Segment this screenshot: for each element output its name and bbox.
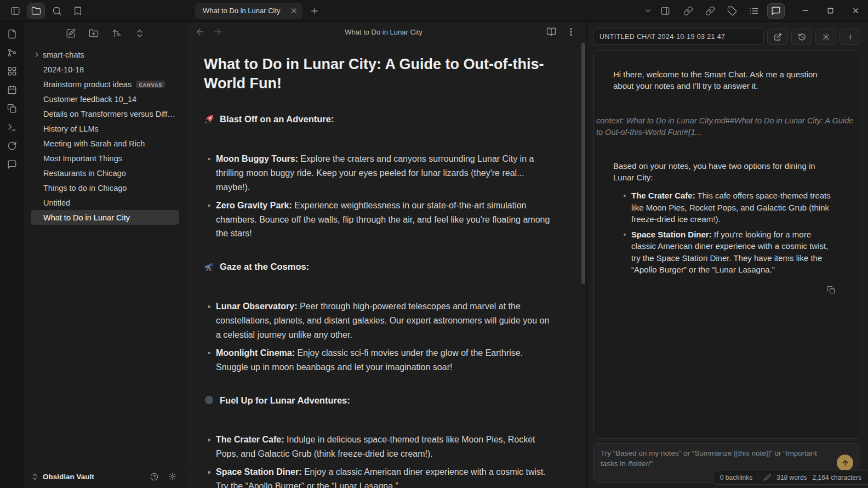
file-item[interactable]: Brainstorm product ideas CANVAS bbox=[31, 77, 179, 92]
reading-view-icon[interactable] bbox=[542, 24, 560, 39]
bookmark-icon[interactable] bbox=[69, 3, 87, 19]
new-tab-button[interactable] bbox=[306, 3, 323, 19]
titlebar-right-group bbox=[679, 0, 868, 21]
file-item[interactable]: History of LLMs bbox=[31, 121, 179, 136]
character-count: 2,164 characters bbox=[813, 474, 861, 481]
file-item[interactable]: Details on Transformers versus Diffusion… bbox=[31, 106, 179, 121]
bullet-list: The Crater Cafe: Indulge in delicious sp… bbox=[204, 433, 553, 488]
file-item-label: Meeting with Sarah and Rich bbox=[43, 139, 145, 148]
chat-message-answer: Based on your notes, you have two option… bbox=[613, 160, 837, 276]
file-item[interactable]: Most Important Things bbox=[31, 151, 179, 166]
section-heading: Blast Off on an Adventure: bbox=[204, 112, 553, 127]
sort-icon[interactable] bbox=[108, 26, 125, 41]
vault-switcher[interactable]: Obsidian Vault bbox=[24, 465, 186, 488]
folder-icon[interactable] bbox=[27, 3, 45, 19]
send-icon[interactable] bbox=[837, 455, 853, 471]
file-item-label: Customer feedback 10_14 bbox=[43, 95, 136, 104]
graph-icon[interactable] bbox=[4, 46, 20, 59]
section-heading-text: Gaze at the Cosmos: bbox=[220, 259, 309, 274]
new-moon-emoji-icon bbox=[204, 395, 214, 405]
smart-connections-icon[interactable] bbox=[679, 3, 697, 19]
list-item: Moonlight Cinema: Enjoy classic sci-fi m… bbox=[216, 346, 553, 374]
note-icon[interactable] bbox=[4, 27, 20, 41]
folder-item-smart-chats[interactable]: smart-chats bbox=[31, 47, 179, 62]
file-item[interactable]: Restaurants in Chicago bbox=[31, 166, 179, 180]
help-icon[interactable] bbox=[147, 469, 161, 485]
list-item: Zero Gravity Park: Experience weightless… bbox=[216, 198, 553, 241]
chat-icon[interactable] bbox=[4, 158, 20, 171]
more-options-icon[interactable] bbox=[562, 24, 580, 39]
open-external-icon[interactable] bbox=[767, 29, 788, 45]
editor-actions bbox=[542, 24, 580, 39]
file-tree: smart-chats 2024-10-18 Brainstorm produc… bbox=[24, 45, 186, 465]
backlinks-count[interactable]: 0 backlinks bbox=[720, 474, 752, 481]
new-chat-plus-icon[interactable] bbox=[840, 29, 860, 45]
status-bar: 0 backlinks 318 words 2,164 characters bbox=[713, 470, 868, 485]
editor-nav-title: What to Do in Lunar City bbox=[225, 28, 542, 36]
editor-scrollbar[interactable] bbox=[581, 43, 585, 284]
item-lead: Zero Gravity Park: bbox=[216, 201, 292, 210]
vault-name: Obsidian Vault bbox=[43, 473, 143, 481]
editor-header: What to Do in Lunar City bbox=[186, 22, 586, 42]
terminal-icon[interactable] bbox=[4, 121, 20, 134]
close-icon[interactable] bbox=[843, 0, 868, 21]
copy-icon[interactable] bbox=[824, 283, 838, 296]
templates-icon[interactable] bbox=[4, 102, 20, 115]
file-item[interactable]: 2024-10-18 bbox=[31, 62, 179, 77]
answer-item: The Crater Cafe: This cafe offers space-… bbox=[631, 190, 837, 225]
file-item-label: Things to do in Chicago bbox=[43, 184, 127, 192]
file-explorer: smart-chats 2024-10-18 Brainstorm produc… bbox=[24, 22, 186, 488]
tag-icon[interactable] bbox=[723, 3, 741, 19]
bullet-list: Lunar Observatory: Peer through high-pow… bbox=[204, 299, 553, 374]
search-icon[interactable] bbox=[48, 3, 66, 19]
answer-item: Space Station Diner: If you're looking f… bbox=[631, 229, 837, 275]
minimize-icon[interactable] bbox=[792, 0, 818, 21]
chevron-down-icon[interactable] bbox=[639, 3, 656, 19]
panel-right-icon[interactable] bbox=[656, 3, 674, 19]
smart-link-icon[interactable] bbox=[701, 3, 719, 19]
file-item-label: Restaurants in Chicago bbox=[43, 169, 126, 178]
workspace: smart-chats 2024-10-18 Brainstorm produc… bbox=[0, 22, 868, 488]
list-item: Lunar Observatory: Peer through high-pow… bbox=[216, 299, 553, 342]
vault-chevrons-icon bbox=[31, 473, 39, 481]
tab-close-icon[interactable] bbox=[290, 7, 298, 15]
titlebar: What to Do in Lunar City bbox=[0, 0, 868, 22]
panel-left-icon[interactable] bbox=[7, 3, 24, 19]
section-heading: Gaze at the Cosmos: bbox=[204, 259, 553, 274]
new-folder-icon[interactable] bbox=[85, 26, 102, 41]
file-item[interactable]: Untitled bbox=[31, 195, 179, 210]
canvas-icon[interactable] bbox=[4, 65, 20, 78]
note-content: What to Do in Lunar City: A Guide to Out… bbox=[186, 42, 586, 488]
file-item-label: 2024-10-18 bbox=[43, 65, 84, 74]
chat-toggle-icon[interactable] bbox=[767, 3, 785, 19]
note-title: What to Do in Lunar City: A Guide to Out… bbox=[204, 55, 553, 93]
new-note-icon[interactable] bbox=[62, 26, 79, 41]
chat-header: UNTITLED CHAT 2024-10-19 03 21 47 bbox=[593, 26, 860, 47]
file-item-label: Brainstorm product ideas bbox=[43, 80, 132, 89]
edit-mode-indicator[interactable] bbox=[764, 474, 771, 481]
item-lead: Moon Buggy Tours: bbox=[216, 154, 298, 163]
list-icon[interactable] bbox=[745, 3, 763, 19]
tab-what-to-do-in-lunar-city[interactable]: What to Do in Lunar City bbox=[195, 3, 302, 19]
history-icon[interactable] bbox=[791, 29, 812, 45]
file-item[interactable]: Things to do in Chicago bbox=[31, 180, 179, 195]
answer-list: The Crater Cafe: This cafe offers space-… bbox=[613, 190, 837, 275]
collapse-all-icon[interactable] bbox=[131, 26, 149, 41]
file-item[interactable]: Meeting with Sarah and Rich bbox=[31, 136, 179, 151]
gear-icon[interactable] bbox=[165, 469, 179, 485]
forward-arrow-icon[interactable] bbox=[210, 25, 225, 38]
obsidian-window: What to Do in Lunar City bbox=[0, 0, 868, 488]
chat-title[interactable]: UNTITLED CHAT 2024-10-19 03 21 47 bbox=[593, 29, 764, 45]
ribbon bbox=[0, 22, 24, 488]
section-heading: Fuel Up for Lunar Adventures: bbox=[204, 393, 553, 408]
calendar-icon[interactable] bbox=[4, 83, 20, 97]
file-item-label: Most Important Things bbox=[43, 154, 122, 163]
maximize-icon[interactable] bbox=[818, 0, 843, 21]
sync-icon[interactable] bbox=[4, 139, 20, 152]
chevron-right-icon bbox=[33, 50, 41, 59]
answer-intro: Based on your notes, you have two option… bbox=[613, 160, 837, 184]
back-arrow-icon[interactable] bbox=[193, 25, 207, 38]
file-item-selected[interactable]: What to Do in Lunar City bbox=[31, 210, 179, 225]
chat-settings-gear-icon[interactable] bbox=[815, 29, 836, 45]
file-item[interactable]: Customer feedback 10_14 bbox=[31, 92, 179, 106]
